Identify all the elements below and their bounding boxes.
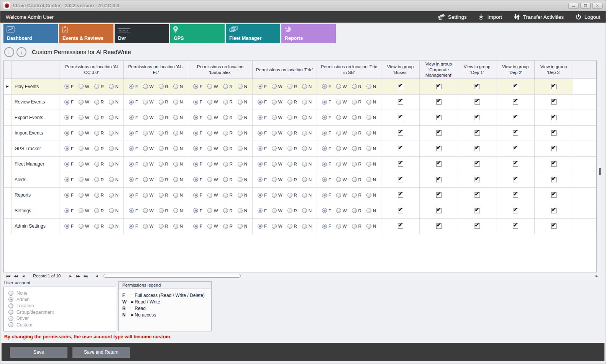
radio-n-option[interactable]: N: [238, 115, 247, 120]
group-checkbox[interactable]: [436, 146, 442, 151]
group-checkbox[interactable]: [551, 146, 557, 151]
radio-r-option[interactable]: R: [352, 193, 361, 198]
radio-f-option[interactable]: F: [322, 162, 331, 167]
user-account-option-none[interactable]: None: [8, 290, 111, 296]
radio-n-option[interactable]: N: [302, 162, 312, 167]
group-checkbox[interactable]: [475, 208, 480, 213]
radio-w-option[interactable]: W: [336, 177, 347, 182]
radio-w-option[interactable]: W: [143, 131, 154, 136]
radio-f-option[interactable]: F: [129, 177, 138, 182]
last-record-button[interactable]: ▶▶|: [83, 274, 88, 278]
radio-n-option[interactable]: N: [302, 177, 312, 182]
radio-f-option[interactable]: F: [193, 100, 202, 105]
radio-f-option[interactable]: F: [193, 224, 202, 229]
radio-r-option[interactable]: R: [352, 177, 361, 182]
group-checkbox[interactable]: [475, 177, 480, 182]
user-account-option-driver[interactable]: Driver: [8, 316, 111, 321]
radio-w-option[interactable]: W: [272, 224, 282, 229]
radio-r-option[interactable]: R: [352, 224, 361, 229]
radio-w-option[interactable]: W: [207, 208, 218, 213]
radio-f-option[interactable]: F: [258, 131, 267, 136]
radio-n-option[interactable]: N: [109, 131, 118, 136]
group-checkbox[interactable]: [475, 115, 480, 120]
group-checkbox[interactable]: [513, 208, 518, 213]
radio-f-option[interactable]: F: [193, 177, 202, 182]
prev-page-button[interactable]: ◀◀: [13, 274, 18, 278]
radio-r-option[interactable]: R: [94, 115, 104, 120]
radio-n-option[interactable]: N: [366, 84, 376, 89]
radio-n-option[interactable]: N: [173, 177, 183, 182]
radio-f-option[interactable]: F: [322, 146, 331, 151]
radio-w-option[interactable]: W: [79, 162, 89, 167]
radio-n-option[interactable]: N: [109, 146, 118, 151]
radio-w-option[interactable]: W: [143, 208, 154, 213]
group-checkbox[interactable]: [513, 223, 518, 229]
radio-r-option[interactable]: R: [159, 115, 168, 120]
tab-events-reviews[interactable]: Events & Reviews: [59, 24, 113, 43]
group-checkbox[interactable]: [513, 84, 518, 89]
group-checkbox[interactable]: [436, 99, 442, 105]
radio-n-option[interactable]: N: [109, 177, 118, 182]
group-checkbox[interactable]: [436, 161, 442, 167]
radio-n-option[interactable]: N: [109, 84, 118, 89]
radio-r-option[interactable]: R: [94, 84, 104, 89]
scroll-left-icon[interactable]: [95, 274, 98, 278]
group-checkbox[interactable]: [513, 192, 518, 198]
radio-n-option[interactable]: N: [366, 208, 376, 213]
radio-f-option[interactable]: F: [258, 177, 267, 182]
radio-n-option[interactable]: N: [173, 224, 183, 229]
group-checkbox[interactable]: [398, 99, 403, 105]
radio-r-option[interactable]: R: [223, 177, 233, 182]
radio-r-option[interactable]: R: [159, 162, 168, 167]
radio-f-option[interactable]: F: [258, 115, 267, 120]
minimize-button[interactable]: [568, 3, 579, 9]
radio-w-option[interactable]: W: [336, 162, 347, 167]
group-checkbox[interactable]: [398, 161, 403, 167]
radio-f-option[interactable]: F: [129, 84, 138, 89]
radio-w-option[interactable]: W: [207, 100, 218, 105]
group-checkbox[interactable]: [398, 223, 403, 229]
group-checkbox[interactable]: [475, 146, 480, 151]
group-checkbox[interactable]: [436, 192, 442, 198]
group-checkbox[interactable]: [513, 177, 518, 182]
radio-n-option[interactable]: N: [238, 84, 247, 89]
radio-w-option[interactable]: W: [272, 208, 282, 213]
radio-w-option[interactable]: W: [143, 115, 154, 120]
group-checkbox[interactable]: [475, 192, 480, 198]
radio-n-option[interactable]: N: [302, 100, 312, 105]
radio-r-option[interactable]: R: [352, 208, 361, 213]
radio-w-option[interactable]: W: [79, 208, 89, 213]
radio-f-option[interactable]: F: [258, 146, 267, 151]
radio-n-option[interactable]: N: [366, 131, 376, 136]
radio-w-option[interactable]: W: [143, 193, 154, 198]
logout-button[interactable]: Logout: [575, 14, 600, 20]
user-account-option-custom[interactable]: Custom: [8, 322, 111, 328]
radio-w-option[interactable]: W: [207, 115, 218, 120]
radio-n-option[interactable]: N: [173, 84, 183, 89]
radio-w-option[interactable]: W: [143, 100, 154, 105]
radio-r-option[interactable]: R: [287, 208, 297, 213]
radio-w-option[interactable]: W: [79, 84, 89, 89]
radio-r-option[interactable]: R: [159, 177, 168, 182]
group-checkbox[interactable]: [436, 208, 442, 213]
group-checkbox[interactable]: [475, 161, 480, 167]
radio-f-option[interactable]: F: [64, 177, 74, 182]
horizontal-scrollbar-thumb[interactable]: [103, 274, 241, 278]
radio-w-option[interactable]: W: [336, 84, 347, 89]
radio-f-option[interactable]: F: [64, 208, 74, 213]
group-checkbox[interactable]: [398, 192, 403, 198]
group-checkbox[interactable]: [398, 84, 403, 89]
group-checkbox[interactable]: [398, 130, 403, 136]
radio-f-option[interactable]: F: [64, 224, 74, 229]
radio-r-option[interactable]: R: [287, 115, 297, 120]
radio-f-option[interactable]: F: [258, 208, 267, 213]
tab-gps[interactable]: GPS: [170, 24, 225, 43]
radio-f-option[interactable]: F: [64, 100, 74, 105]
group-checkbox[interactable]: [513, 99, 518, 105]
radio-r-option[interactable]: R: [223, 146, 233, 151]
import-button[interactable]: Import: [478, 14, 502, 20]
radio-r-option[interactable]: R: [94, 146, 104, 151]
radio-r-option[interactable]: R: [94, 131, 104, 136]
group-checkbox[interactable]: [551, 192, 557, 198]
radio-f-option[interactable]: F: [64, 115, 74, 120]
